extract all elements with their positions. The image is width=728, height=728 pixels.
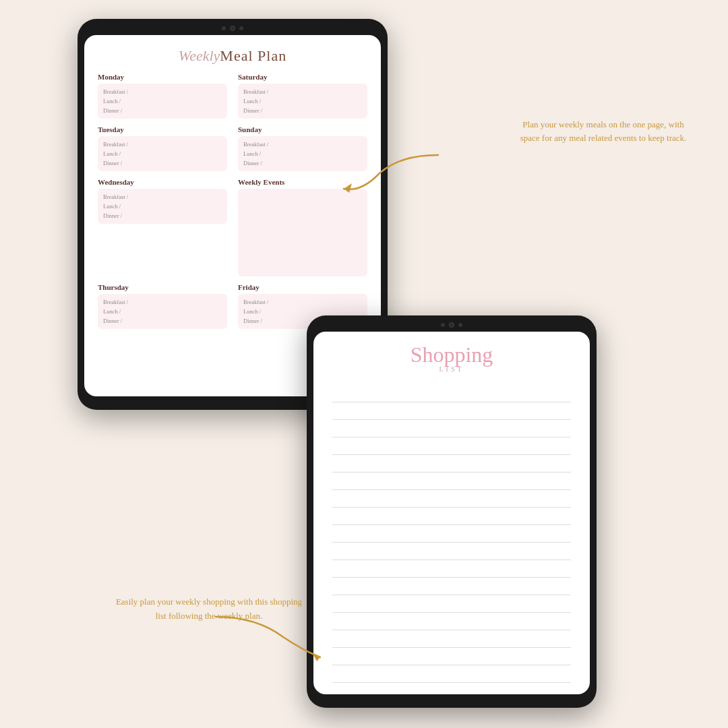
shop-line: [332, 683, 571, 694]
day-name-tuesday: Tuesday: [98, 125, 227, 133]
meal-plan-title: WeeklyMeal Plan: [98, 47, 367, 65]
slot-breakfast-sun: Breakfast /: [243, 140, 362, 149]
day-thursday: Thursday Breakfast / Lunch / Dinner /: [98, 283, 227, 329]
shop-line: [332, 385, 571, 402]
svg-marker-1: [312, 653, 320, 661]
shop-title: Shopping LIST: [332, 344, 571, 373]
arrow-top-svg: [317, 148, 452, 202]
shop-line: [332, 648, 571, 665]
camera-dot-2: [239, 26, 243, 30]
shop-line: [332, 490, 571, 508]
camera-dot-1: [222, 26, 226, 30]
slots-tuesday: Breakfast / Lunch / Dinner /: [98, 136, 227, 171]
camera-bar-shop: [313, 322, 590, 328]
slot-breakfast-fri: Breakfast /: [243, 297, 362, 307]
slots-saturday: Breakfast / Lunch / Dinner /: [238, 84, 367, 119]
slot-lunch-tue: Lunch /: [103, 149, 222, 158]
arrow-bottom-svg: [202, 610, 337, 671]
slot-breakfast-tue: Breakfast /: [103, 140, 222, 149]
shop-line: [332, 402, 571, 420]
shop-line: [332, 437, 571, 455]
title-bold: Meal Plan: [220, 47, 286, 64]
slot-lunch-thu: Lunch /: [103, 307, 222, 316]
shop-line: [332, 525, 571, 543]
shop-line: [332, 473, 571, 490]
shop-script: Shopping: [332, 344, 571, 365]
shop-line: [332, 665, 571, 683]
slots-monday: Breakfast / Lunch / Dinner /: [98, 84, 227, 119]
camera-hole-shop: [449, 322, 454, 328]
day-name-saturday: Saturday: [238, 73, 367, 81]
slot-lunch-fri: Lunch /: [243, 307, 362, 316]
slot-dinner-thu: Dinner /: [103, 316, 222, 326]
camera-dot-shop-2: [458, 323, 462, 327]
shop-lines: [332, 385, 571, 694]
shop-line: [332, 543, 571, 560]
slot-lunch-wed: Lunch /: [103, 202, 222, 211]
day-name-friday: Friday: [238, 283, 367, 291]
day-wednesday: Wednesday Breakfast / Lunch / Dinner /: [98, 178, 227, 276]
shopping-list-screen: Shopping LIST: [313, 332, 590, 694]
annotation-top: Plan your weekly meals on the one page, …: [516, 118, 691, 144]
camera-dot-shop-1: [441, 323, 445, 327]
slot-dinner-tue: Dinner /: [103, 158, 222, 168]
slot-dinner: Dinner /: [103, 106, 222, 115]
camera-bar-meal: [84, 26, 381, 31]
shop-line: [332, 560, 571, 578]
title-script: Weekly: [179, 47, 220, 64]
camera-hole: [230, 26, 235, 31]
slots-wednesday: Breakfast / Lunch / Dinner /: [98, 189, 227, 224]
slot-breakfast-sat: Breakfast /: [243, 87, 362, 96]
shop-line: [332, 578, 571, 595]
slots-thursday: Breakfast / Lunch / Dinner /: [98, 294, 227, 329]
slot-lunch: Lunch /: [103, 96, 222, 106]
shop-line: [332, 455, 571, 473]
slot-lunch-sat: Lunch /: [243, 96, 362, 106]
slot-dinner-wed: Dinner /: [103, 211, 222, 220]
day-name-wednesday: Wednesday: [98, 178, 227, 186]
slot-dinner-sat: Dinner /: [243, 106, 362, 115]
shop-line: [332, 630, 571, 648]
slot-breakfast-thu: Breakfast /: [103, 297, 222, 307]
shop-line: [332, 508, 571, 525]
day-name-sunday: Sunday: [238, 125, 367, 133]
tablet-shopping-list: Shopping LIST: [307, 315, 597, 708]
day-monday: Monday Breakfast / Lunch / Dinner /: [98, 73, 227, 119]
shop-sub: LIST: [332, 365, 571, 373]
day-tuesday: Tuesday Breakfast / Lunch / Dinner /: [98, 125, 227, 171]
day-name-thursday: Thursday: [98, 283, 227, 291]
day-saturday: Saturday Breakfast / Lunch / Dinner /: [238, 73, 367, 119]
slot-breakfast-wed: Breakfast /: [103, 192, 222, 202]
annotation-top-text: Plan your weekly meals on the one page, …: [516, 118, 691, 144]
shop-line: [332, 613, 571, 630]
shop-line: [332, 595, 571, 613]
slot-breakfast: Breakfast /: [103, 87, 222, 96]
day-name-monday: Monday: [98, 73, 227, 81]
svg-marker-0: [344, 183, 352, 193]
shop-line: [332, 420, 571, 437]
